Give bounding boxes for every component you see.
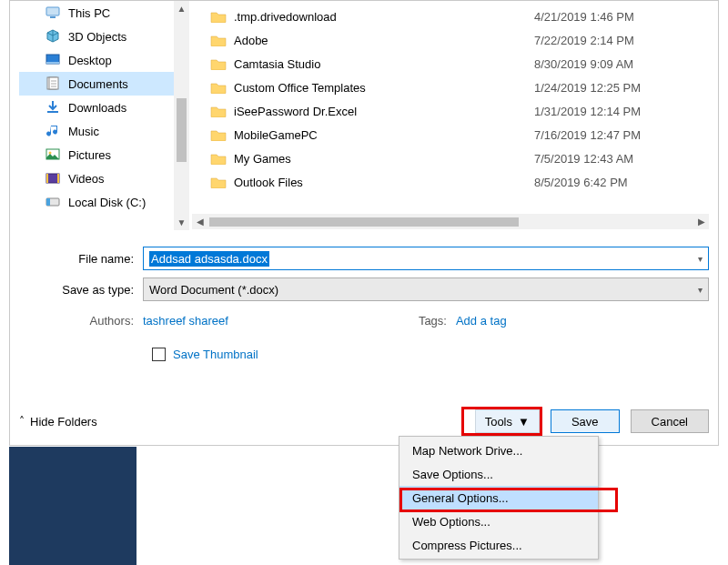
caret-down-icon: ▼ <box>518 415 530 429</box>
pc-icon <box>45 5 61 21</box>
filename-label: File name: <box>19 252 143 266</box>
file-date: 7/16/2019 12:47 PM <box>525 128 707 142</box>
file-name: Custom Office Templates <box>234 81 366 95</box>
desktop-icon <box>45 52 61 68</box>
file-name: Camtasia Studio <box>234 57 320 71</box>
tags-label: Tags: <box>410 314 456 328</box>
scroll-thumb[interactable] <box>209 217 519 227</box>
save-button[interactable]: Save <box>551 409 620 433</box>
folder-icon <box>210 10 227 23</box>
authors-value[interactable]: tashreef shareef <box>143 314 228 328</box>
list-header: Name Date modified <box>194 0 707 1</box>
scroll-up-icon[interactable]: ▲ <box>174 1 189 16</box>
tags-value[interactable]: Add a tag <box>456 314 507 328</box>
file-name: iSeePassword Dr.Excel <box>234 105 357 118</box>
nav-downloads[interactable]: Downloads <box>19 96 174 119</box>
downloads-icon <box>45 99 61 116</box>
disk-icon <box>45 194 61 210</box>
file-name: Adobe <box>234 34 268 47</box>
hide-folders-button[interactable]: ˄ Hide Folders <box>19 415 97 429</box>
scroll-thumb[interactable] <box>177 98 187 162</box>
file-date: 8/30/2019 9:09 AM <box>525 57 707 71</box>
tools-label: Tools <box>485 415 512 429</box>
file-date: 1/24/2019 12:25 PM <box>525 81 707 95</box>
list-item[interactable]: iSeePassword Dr.Excel 1/31/2019 12:14 PM <box>194 99 707 123</box>
list-item[interactable]: Outlook Files 8/5/2019 6:42 PM <box>194 170 707 194</box>
file-date: 8/5/2019 6:42 PM <box>525 176 707 189</box>
scroll-right-icon[interactable]: ▶ <box>693 214 709 229</box>
file-list: .tmp.drivedownload 4/21/2019 1:46 PM Ado… <box>194 5 707 212</box>
nav-item-label: Local Disk (C:) <box>68 196 146 209</box>
nav-item-label: Music <box>68 125 99 138</box>
save-thumbnail-checkbox[interactable] <box>152 348 166 361</box>
list-item[interactable]: Camtasia Studio 8/30/2019 9:09 AM <box>194 52 707 76</box>
app-background <box>9 447 136 565</box>
cancel-button[interactable]: Cancel <box>631 409 709 433</box>
file-name: .tmp.drivedownload <box>234 10 337 24</box>
form-area: File name: Addsad adsasda.docx ▾ Save as… <box>19 239 709 385</box>
save-thumbnail-label[interactable]: Save Thumbnail <box>173 348 258 361</box>
documents-icon <box>45 76 61 92</box>
type-value: Word Document (*.docx) <box>149 283 278 297</box>
music-icon <box>45 123 61 139</box>
nav-local-disk[interactable]: Local Disk (C:) <box>19 190 174 214</box>
menu-map-network-drive[interactable]: Map Network Drive... <box>399 439 598 462</box>
nav-item-label: Downloads <box>68 101 126 115</box>
menu-save-options[interactable]: Save Options... <box>399 462 598 486</box>
type-select[interactable]: Word Document (*.docx) ▾ <box>143 277 709 301</box>
scroll-down-icon[interactable]: ▼ <box>174 215 189 230</box>
3d-icon <box>45 28 61 45</box>
list-item[interactable]: MobileGamePC 7/16/2019 12:47 PM <box>194 123 707 146</box>
file-name: My Games <box>234 152 291 166</box>
pictures-icon <box>45 146 61 163</box>
nav-item-label: Desktop <box>68 54 112 67</box>
tools-menu: Map Network Drive... Save Options... Gen… <box>399 436 599 560</box>
button-bar: ˄ Hide Folders Tools ▼ Save Cancel <box>19 407 709 436</box>
hide-folders-label: Hide Folders <box>30 415 97 429</box>
nav-scrollbar[interactable]: ▲ ▼ <box>174 1 189 230</box>
menu-general-options[interactable]: General Options... <box>399 486 598 510</box>
list-item[interactable]: Adobe 7/22/2019 2:14 PM <box>194 28 707 52</box>
list-item[interactable]: .tmp.drivedownload 4/21/2019 1:46 PM <box>194 5 707 28</box>
scroll-track[interactable] <box>174 16 189 215</box>
authors-label: Authors: <box>19 314 143 328</box>
filename-input[interactable]: Addsad adsasda.docx ▾ <box>143 247 709 270</box>
nav-item-label: Videos <box>68 172 105 186</box>
nav-documents[interactable]: Documents <box>19 72 174 96</box>
file-date: 7/22/2019 2:14 PM <box>525 34 707 47</box>
type-label: Save as type: <box>19 283 143 297</box>
nav-videos[interactable]: Videos <box>19 166 174 190</box>
nav-item-label: This PC <box>68 6 110 20</box>
nav-this-pc[interactable]: This PC <box>19 1 174 25</box>
tools-button[interactable]: Tools ▼ <box>475 409 540 433</box>
menu-web-options[interactable]: Web Options... <box>399 510 598 533</box>
list-item[interactable]: My Games 7/5/2019 12:43 AM <box>194 146 707 170</box>
folder-icon <box>210 81 227 94</box>
nav-music[interactable]: Music <box>19 119 174 143</box>
folder-icon <box>210 34 227 46</box>
file-date: 7/5/2019 12:43 AM <box>525 152 707 166</box>
save-label: Save <box>571 415 599 429</box>
folder-icon <box>210 105 227 117</box>
file-date: 4/21/2019 1:46 PM <box>525 10 707 24</box>
list-item[interactable]: Custom Office Templates 1/24/2019 12:25 … <box>194 76 707 99</box>
list-hscrollbar[interactable]: ◀ ▶ <box>192 214 709 229</box>
chevron-down-icon[interactable]: ▾ <box>698 254 703 264</box>
folder-icon <box>210 176 227 188</box>
navigation-pane: This PC 3D Objects Desktop Documents Dow… <box>19 1 174 230</box>
chevron-up-icon: ˄ <box>19 415 25 428</box>
file-name: Outlook Files <box>234 176 303 189</box>
nav-desktop[interactable]: Desktop <box>19 48 174 72</box>
nav-3d-objects[interactable]: 3D Objects <box>19 25 174 48</box>
file-date: 1/31/2019 12:14 PM <box>525 105 707 118</box>
folder-icon <box>210 128 227 141</box>
folder-icon <box>210 57 227 70</box>
nav-pictures[interactable]: Pictures <box>19 143 174 166</box>
scroll-left-icon[interactable]: ◀ <box>192 214 207 229</box>
nav-item-label: Documents <box>68 77 128 91</box>
tools-highlight: Tools ▼ <box>464 409 540 433</box>
nav-item-label: 3D Objects <box>68 30 126 44</box>
chevron-down-icon[interactable]: ▾ <box>698 285 703 295</box>
menu-compress-pictures[interactable]: Compress Pictures... <box>399 533 598 557</box>
cancel-label: Cancel <box>652 415 688 429</box>
